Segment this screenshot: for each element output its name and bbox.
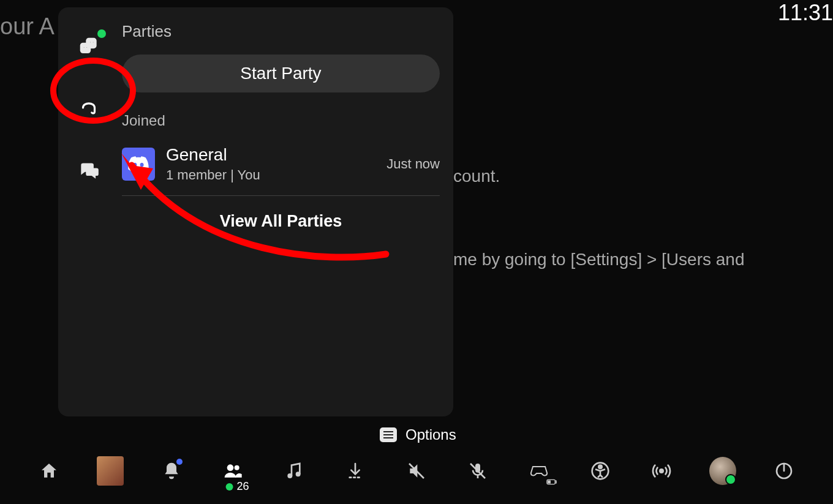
music-icon[interactable] (281, 457, 307, 484)
svg-point-20 (660, 469, 663, 472)
svg-point-7 (227, 464, 234, 471)
control-center-dock: 26 (0, 451, 833, 491)
home-icon[interactable] (36, 457, 62, 484)
profile-avatar[interactable] (709, 457, 736, 484)
svg-point-3 (86, 47, 88, 48)
view-all-parties-button[interactable]: View All Parties (122, 207, 440, 236)
svg-rect-16 (555, 481, 556, 483)
notification-dot-icon (176, 459, 183, 465)
party-info: General 1 member | You (166, 145, 375, 183)
online-dot-icon (97, 29, 106, 38)
sound-muted-icon[interactable] (403, 457, 430, 484)
panel-main-column: Parties Start Party Joined General 1 mem… (119, 7, 453, 416)
bg-text-line1: count. (453, 167, 500, 186)
broadcast-icon[interactable] (648, 457, 675, 484)
friends-count-badge: 26 (226, 480, 249, 493)
bg-text-line2: me by going to [Settings] > [Users and (453, 250, 744, 269)
download-icon[interactable] (342, 457, 369, 484)
mic-muted-icon[interactable] (464, 457, 491, 484)
notifications-icon[interactable] (158, 457, 185, 484)
panel-side-column (58, 7, 119, 416)
controller-icon[interactable] (526, 457, 552, 484)
parties-title: Parties (122, 22, 440, 41)
clock: 11:31 (778, 0, 833, 26)
svg-point-19 (598, 465, 601, 468)
party-row[interactable]: General 1 member | You Just now (122, 141, 440, 196)
svg-point-8 (235, 465, 239, 470)
svg-point-5 (92, 41, 94, 43)
options-label: Options (405, 426, 456, 443)
friends-tab-icon[interactable] (75, 33, 102, 60)
party-voice-tab-icon[interactable] (75, 94, 102, 121)
svg-point-10 (296, 473, 300, 476)
options-button-icon (380, 427, 397, 442)
party-name: General (166, 145, 375, 165)
start-party-button[interactable]: Start Party (122, 55, 440, 92)
svg-point-2 (83, 47, 85, 48)
power-icon[interactable] (771, 457, 797, 484)
party-time: Just now (386, 156, 440, 172)
svg-point-9 (288, 474, 292, 477)
friends-dock-icon[interactable]: 26 (219, 457, 246, 484)
discord-icon (122, 148, 155, 181)
svg-point-4 (89, 41, 91, 43)
svg-rect-17 (548, 481, 551, 483)
accessibility-icon[interactable] (587, 457, 614, 484)
options-hint: Options (380, 426, 456, 443)
joined-label: Joined (122, 112, 440, 129)
parties-panel: Parties Start Party Joined General 1 mem… (58, 7, 453, 416)
game-switcher-thumb[interactable] (97, 457, 124, 484)
bg-text-fragment: our A (0, 13, 55, 40)
party-meta: 1 member | You (166, 167, 375, 183)
messages-tab-icon[interactable] (75, 156, 102, 182)
